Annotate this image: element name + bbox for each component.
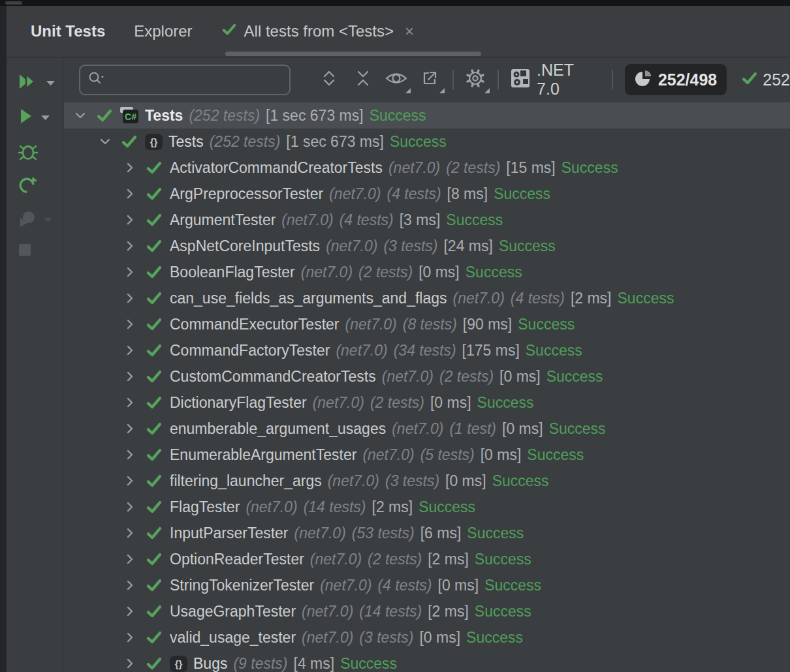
export-button[interactable]	[413, 63, 447, 97]
passed-tests-count: 252	[763, 70, 790, 89]
chevron-right-icon[interactable]	[121, 500, 138, 514]
stop-icon	[17, 242, 33, 260]
test-tree-row[interactable]: OptionReaderTester(net7.0)(2 tests)[2 ms…	[64, 546, 790, 572]
test-count: (2 tests)	[368, 551, 422, 568]
test-tree-row[interactable]: enumberable_argument_usages(net7.0)(1 te…	[64, 416, 790, 442]
test-tree-row[interactable]: filtering_launcher_args(net7.0)(3 tests)…	[64, 468, 790, 494]
chevron-right-icon[interactable]	[121, 291, 138, 305]
test-target-framework: (net7.0)	[388, 159, 440, 177]
test-target-framework: (net7.0)	[326, 237, 377, 255]
test-tree-row[interactable]: EnumerableArgumentTester(net7.0)(5 tests…	[64, 442, 790, 468]
chevron-right-icon[interactable]	[121, 239, 138, 253]
test-tree-row[interactable]: ArgPreprocessorTester(net7.0)(4 tests)[8…	[64, 181, 790, 207]
search-field[interactable]	[79, 65, 291, 95]
test-tree-row[interactable]: CommandFactoryTester(net7.0)(34 tests)[1…	[64, 337, 790, 363]
chevron-right-icon[interactable]	[121, 604, 138, 619]
chevron-right-icon[interactable]	[121, 421, 138, 436]
tab-explorer[interactable]: Explorer	[119, 6, 206, 57]
expand-all-button[interactable]	[313, 63, 346, 97]
chevron-right-icon[interactable]	[121, 448, 138, 462]
test-tree-row[interactable]: UsageGraphTester(net7.0)(14 tests)[2 ms]…	[64, 598, 790, 624]
chevron-down-icon[interactable]	[97, 134, 114, 149]
search-input[interactable]	[106, 71, 294, 88]
chevron-right-icon[interactable]	[121, 317, 138, 331]
test-tree-row[interactable]: valid_usage_tester(net7.0)(3 tests)[0 ms…	[64, 624, 790, 650]
window-left-edge	[0, 6, 7, 672]
test-tree-row[interactable]: BooleanFlagTester(net7.0)(2 tests)[0 ms]…	[64, 259, 790, 285]
repeat-run-button[interactable]	[17, 174, 38, 198]
profile-icon	[17, 209, 38, 231]
chevron-right-icon[interactable]	[121, 265, 138, 279]
test-status: Success	[546, 368, 603, 386]
test-success-check-icon	[144, 551, 164, 568]
test-count: (2 tests)	[439, 368, 494, 386]
test-name: CommandExecutorTester	[170, 316, 340, 333]
test-duration: [90 ms]	[463, 316, 512, 333]
test-tree-row[interactable]: AspNetCoreInputTests(net7.0)(3 tests)[24…	[64, 233, 790, 259]
chevron-right-icon[interactable]	[121, 369, 138, 384]
test-count: (252 tests)	[189, 107, 260, 125]
view-options-button[interactable]	[380, 63, 413, 97]
test-status: Success	[475, 603, 531, 620]
test-success-check-icon	[144, 446, 164, 463]
namespace-icon: {}	[170, 656, 187, 672]
chevron-right-icon[interactable]	[121, 160, 138, 175]
test-tree-row[interactable]: FlagTester(net7.0)(14 tests)[2 ms]Succes…	[64, 494, 790, 520]
test-count: (34 tests)	[394, 342, 456, 359]
test-tree-row[interactable]: StringTokenizerTester(net7.0)(4 tests)[0…	[64, 572, 790, 598]
test-status: Success	[494, 185, 550, 203]
profile-dropdown-caret-icon[interactable]	[43, 214, 53, 226]
test-duration: [0 ms]	[445, 472, 486, 490]
test-tree-row[interactable]: {}Bugs(9 tests)[4 ms]Success	[64, 650, 790, 672]
tab-bar-scrollbar-thumb[interactable]	[225, 52, 481, 56]
test-duration: [3 ms]	[400, 211, 441, 229]
test-status: Success	[467, 525, 524, 542]
tab-all-tests-session[interactable]: All tests from <Tests> ×	[207, 6, 428, 57]
run-all-button[interactable]	[17, 72, 55, 93]
test-tree-row[interactable]: CustomCommandCreatorTests(net7.0)(2 test…	[64, 363, 790, 389]
test-tree-row[interactable]: CommandExecutorTester(net7.0)(8 tests)[9…	[64, 311, 790, 337]
test-tree-row[interactable]: InputParserTester(net7.0)(53 tests)[6 ms…	[64, 520, 790, 546]
chevron-right-icon[interactable]	[121, 213, 138, 227]
close-tab-icon[interactable]: ×	[405, 23, 414, 39]
target-framework-label: .NET 7.0	[537, 61, 600, 99]
chevron-right-icon[interactable]	[121, 630, 138, 645]
run-all-dropdown-caret-icon[interactable]	[46, 77, 55, 89]
test-name: StringTokenizerTester	[170, 577, 314, 594]
run-selected-dropdown-caret-icon[interactable]	[40, 112, 50, 123]
test-success-check-icon	[144, 290, 164, 307]
test-count: (1 test)	[449, 420, 496, 438]
test-tree-row[interactable]: can_use_fields_as_arguments_and_flags(ne…	[64, 285, 790, 311]
test-duration: [0 ms]	[419, 264, 460, 281]
test-tree-row[interactable]: ActivatorCommandCreatorTests(net7.0)(2 t…	[64, 155, 790, 181]
run-selected-button[interactable]	[17, 107, 50, 128]
target-framework-selector[interactable]: .NET 7.0	[504, 63, 607, 97]
chevron-right-icon[interactable]	[121, 526, 138, 540]
debug-button[interactable]	[17, 140, 39, 165]
test-target-framework: (net7.0)	[328, 472, 379, 490]
debug-icon	[17, 140, 39, 165]
test-tree-row[interactable]: DictionaryFlagTester(net7.0)(2 tests)[0 …	[64, 389, 790, 416]
collapse-all-button[interactable]	[346, 63, 379, 97]
chevron-right-icon[interactable]	[121, 187, 138, 201]
chevron-right-icon[interactable]	[121, 552, 138, 566]
test-tree-row[interactable]: {}Tests(252 tests)[1 sec 673 ms]Success	[64, 129, 790, 155]
chevron-right-icon[interactable]	[121, 578, 138, 592]
test-count: (8 tests)	[403, 316, 457, 333]
chevron-right-icon[interactable]	[121, 656, 138, 671]
test-duration: [24 ms]	[443, 237, 492, 255]
chevron-right-icon[interactable]	[121, 343, 138, 358]
test-status: Success	[475, 551, 531, 568]
test-status: Success	[390, 133, 447, 151]
test-tree-row[interactable]: ArgumentTester(net7.0)(4 tests)[3 ms]Suc…	[64, 207, 790, 233]
chevron-right-icon[interactable]	[121, 395, 138, 410]
test-target-framework: (net7.0)	[313, 394, 364, 412]
chevron-down-icon[interactable]	[72, 108, 89, 123]
test-success-check-icon	[144, 603, 164, 620]
test-count: (9 tests)	[233, 655, 287, 672]
chevron-right-icon[interactable]	[121, 474, 138, 488]
test-success-check-icon	[144, 237, 164, 254]
settings-button[interactable]	[459, 63, 492, 97]
test-tree-row[interactable]: C#Tests(252 tests)[1 sec 673 ms]Success	[64, 102, 790, 129]
test-target-framework: (net7.0)	[329, 185, 381, 203]
